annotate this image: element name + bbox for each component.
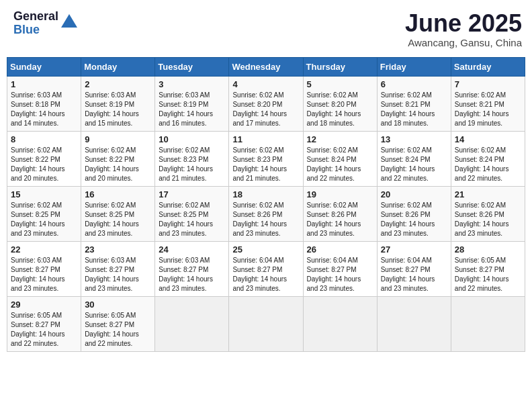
day-number: 4 bbox=[232, 79, 299, 89]
day-info: Sunrise: 6:04 AMSunset: 8:27 PMDaylight:… bbox=[307, 257, 361, 292]
day-number: 21 bbox=[455, 189, 521, 199]
calendar-cell: 1 Sunrise: 6:03 AMSunset: 8:18 PMDayligh… bbox=[7, 76, 81, 131]
day-number: 1 bbox=[11, 79, 77, 89]
calendar-cell: 11 Sunrise: 6:02 AMSunset: 8:23 PMDaylig… bbox=[229, 131, 303, 186]
day-number: 24 bbox=[159, 244, 225, 255]
day-number: 30 bbox=[85, 300, 151, 310]
day-info: Sunrise: 6:05 AMSunset: 8:27 PMDaylight:… bbox=[85, 312, 139, 347]
day-info: Sunrise: 6:05 AMSunset: 8:27 PMDaylight:… bbox=[11, 312, 65, 347]
day-info: Sunrise: 6:02 AMSunset: 8:20 PMDaylight:… bbox=[232, 91, 287, 127]
svg-marker-0 bbox=[61, 14, 77, 28]
calendar-cell: 16 Sunrise: 6:02 AMSunset: 8:25 PMDaylig… bbox=[81, 186, 155, 241]
day-info: Sunrise: 6:02 AMSunset: 8:24 PMDaylight:… bbox=[381, 146, 435, 182]
day-info: Sunrise: 6:03 AMSunset: 8:18 PMDaylight:… bbox=[11, 91, 65, 127]
calendar-cell: 29 Sunrise: 6:05 AMSunset: 8:27 PMDaylig… bbox=[7, 296, 81, 351]
week-row-5: 29 Sunrise: 6:05 AMSunset: 8:27 PMDaylig… bbox=[7, 296, 525, 351]
day-info: Sunrise: 6:02 AMSunset: 8:26 PMDaylight:… bbox=[381, 201, 435, 237]
day-info: Sunrise: 6:02 AMSunset: 8:23 PMDaylight:… bbox=[232, 146, 287, 182]
week-row-3: 15 Sunrise: 6:02 AMSunset: 8:25 PMDaylig… bbox=[7, 186, 525, 241]
day-number: 18 bbox=[232, 189, 299, 199]
day-info: Sunrise: 6:02 AMSunset: 8:26 PMDaylight:… bbox=[455, 201, 509, 237]
day-number: 17 bbox=[159, 189, 225, 199]
day-info: Sunrise: 6:02 AMSunset: 8:25 PMDaylight:… bbox=[11, 201, 65, 237]
weekday-header-row: SundayMondayTuesdayWednesdayThursdayFrid… bbox=[7, 57, 525, 76]
calendar-cell: 26 Sunrise: 6:04 AMSunset: 8:27 PMDaylig… bbox=[303, 241, 377, 296]
calendar-cell: 24 Sunrise: 6:03 AMSunset: 8:27 PMDaylig… bbox=[155, 241, 229, 296]
weekday-header-friday: Friday bbox=[377, 57, 451, 76]
week-row-4: 22 Sunrise: 6:03 AMSunset: 8:27 PMDaylig… bbox=[7, 241, 525, 296]
calendar-cell bbox=[303, 296, 377, 351]
calendar-table: SundayMondayTuesdayWednesdayThursdayFrid… bbox=[7, 57, 525, 352]
calendar-cell: 19 Sunrise: 6:02 AMSunset: 8:26 PMDaylig… bbox=[303, 186, 377, 241]
day-number: 12 bbox=[307, 134, 373, 144]
week-row-1: 1 Sunrise: 6:03 AMSunset: 8:18 PMDayligh… bbox=[7, 76, 525, 131]
day-info: Sunrise: 6:02 AMSunset: 8:21 PMDaylight:… bbox=[455, 91, 509, 127]
calendar-cell: 7 Sunrise: 6:02 AMSunset: 8:21 PMDayligh… bbox=[451, 76, 525, 131]
day-number: 7 bbox=[455, 79, 521, 89]
calendar-cell: 14 Sunrise: 6:02 AMSunset: 8:24 PMDaylig… bbox=[451, 131, 525, 186]
day-info: Sunrise: 6:03 AMSunset: 8:27 PMDaylight:… bbox=[85, 257, 139, 292]
day-info: Sunrise: 6:02 AMSunset: 8:26 PMDaylight:… bbox=[232, 201, 287, 237]
day-number: 5 bbox=[307, 79, 373, 89]
calendar-cell: 10 Sunrise: 6:02 AMSunset: 8:23 PMDaylig… bbox=[155, 131, 229, 186]
day-info: Sunrise: 6:02 AMSunset: 8:25 PMDaylight:… bbox=[159, 201, 213, 237]
calendar-cell: 2 Sunrise: 6:03 AMSunset: 8:19 PMDayligh… bbox=[81, 76, 155, 131]
calendar-cell bbox=[229, 296, 303, 351]
day-number: 14 bbox=[455, 134, 521, 144]
day-number: 23 bbox=[85, 244, 151, 255]
day-info: Sunrise: 6:04 AMSunset: 8:27 PMDaylight:… bbox=[381, 257, 435, 292]
day-info: Sunrise: 6:03 AMSunset: 8:19 PMDaylight:… bbox=[159, 91, 213, 127]
calendar-cell bbox=[377, 296, 451, 351]
weekday-header-tuesday: Tuesday bbox=[155, 57, 229, 76]
logo: General Blue bbox=[13, 10, 79, 37]
day-number: 29 bbox=[11, 300, 77, 310]
calendar-cell bbox=[155, 296, 229, 351]
weekday-header-sunday: Sunday bbox=[7, 57, 81, 76]
day-info: Sunrise: 6:02 AMSunset: 8:23 PMDaylight:… bbox=[159, 146, 213, 182]
calendar-cell: 22 Sunrise: 6:03 AMSunset: 8:27 PMDaylig… bbox=[7, 241, 81, 296]
day-number: 9 bbox=[85, 134, 151, 144]
calendar-cell: 20 Sunrise: 6:02 AMSunset: 8:26 PMDaylig… bbox=[377, 186, 451, 241]
calendar-cell: 18 Sunrise: 6:02 AMSunset: 8:26 PMDaylig… bbox=[229, 186, 303, 241]
weekday-header-thursday: Thursday bbox=[303, 57, 377, 76]
day-info: Sunrise: 6:04 AMSunset: 8:27 PMDaylight:… bbox=[232, 257, 287, 292]
day-info: Sunrise: 6:03 AMSunset: 8:27 PMDaylight:… bbox=[11, 257, 65, 292]
day-number: 25 bbox=[232, 244, 299, 255]
day-number: 13 bbox=[381, 134, 447, 144]
calendar-cell: 3 Sunrise: 6:03 AMSunset: 8:19 PMDayligh… bbox=[155, 76, 229, 131]
day-info: Sunrise: 6:02 AMSunset: 8:20 PMDaylight:… bbox=[307, 91, 361, 127]
day-info: Sunrise: 6:02 AMSunset: 8:26 PMDaylight:… bbox=[307, 201, 361, 237]
calendar-cell: 27 Sunrise: 6:04 AMSunset: 8:27 PMDaylig… bbox=[377, 241, 451, 296]
calendar-cell: 5 Sunrise: 6:02 AMSunset: 8:20 PMDayligh… bbox=[303, 76, 377, 131]
logo-blue: Blue bbox=[13, 24, 58, 37]
title-block: June 2025 Awancang, Gansu, China bbox=[405, 10, 522, 48]
day-number: 27 bbox=[381, 244, 447, 255]
calendar-cell: 6 Sunrise: 6:02 AMSunset: 8:21 PMDayligh… bbox=[377, 76, 451, 131]
day-number: 10 bbox=[159, 134, 225, 144]
calendar-cell: 21 Sunrise: 6:02 AMSunset: 8:26 PMDaylig… bbox=[451, 186, 525, 241]
day-number: 3 bbox=[159, 79, 225, 89]
calendar-cell: 28 Sunrise: 6:05 AMSunset: 8:27 PMDaylig… bbox=[451, 241, 525, 296]
day-number: 15 bbox=[11, 189, 77, 199]
weekday-header-monday: Monday bbox=[81, 57, 155, 76]
day-number: 16 bbox=[85, 189, 151, 199]
day-number: 11 bbox=[232, 134, 299, 144]
weekday-header-wednesday: Wednesday bbox=[229, 57, 303, 76]
day-number: 26 bbox=[307, 244, 373, 255]
calendar-cell: 8 Sunrise: 6:02 AMSunset: 8:22 PMDayligh… bbox=[7, 131, 81, 186]
calendar-cell: 30 Sunrise: 6:05 AMSunset: 8:27 PMDaylig… bbox=[81, 296, 155, 351]
day-info: Sunrise: 6:02 AMSunset: 8:22 PMDaylight:… bbox=[85, 146, 139, 182]
day-info: Sunrise: 6:02 AMSunset: 8:24 PMDaylight:… bbox=[307, 146, 361, 182]
location-subtitle: Awancang, Gansu, China bbox=[405, 37, 522, 48]
day-number: 19 bbox=[307, 189, 373, 199]
calendar-cell: 4 Sunrise: 6:02 AMSunset: 8:20 PMDayligh… bbox=[229, 76, 303, 131]
day-number: 22 bbox=[11, 244, 77, 255]
calendar-cell: 23 Sunrise: 6:03 AMSunset: 8:27 PMDaylig… bbox=[81, 241, 155, 296]
page-header: General Blue June 2025 Awancang, Gansu, … bbox=[7, 7, 525, 52]
day-number: 28 bbox=[455, 244, 521, 255]
day-number: 6 bbox=[381, 79, 447, 89]
weekday-header-saturday: Saturday bbox=[451, 57, 525, 76]
day-info: Sunrise: 6:03 AMSunset: 8:27 PMDaylight:… bbox=[159, 257, 213, 292]
day-number: 2 bbox=[85, 79, 151, 89]
day-number: 8 bbox=[11, 134, 77, 144]
